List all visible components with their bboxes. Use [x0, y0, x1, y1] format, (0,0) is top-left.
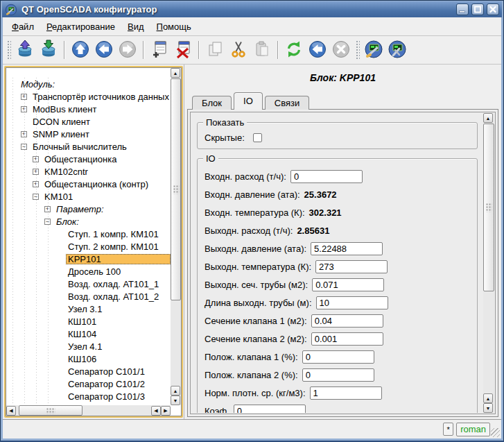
- tree-item-label: Узел 3.1: [66, 304, 171, 314]
- tab-блок[interactable]: Блок: [192, 96, 232, 110]
- tree-item-label: Транспортёр источников данных: [31, 92, 171, 102]
- scroll-down-button[interactable]: ▼: [483, 403, 493, 413]
- toolbar-separator: [143, 41, 144, 59]
- load-from-db-button[interactable]: [13, 38, 37, 62]
- menu-item-2[interactable]: Редактирование: [40, 19, 121, 34]
- tree-item[interactable]: −KM101: [6, 190, 171, 203]
- tree-item[interactable]: +Параметр:: [6, 203, 171, 215]
- io-field-row: Сечение клапана 2 (м2):: [205, 330, 470, 348]
- tree-item-selected[interactable]: KPP101: [6, 253, 171, 265]
- toolbar-handle[interactable]: [6, 40, 11, 60]
- add-item-button[interactable]: [148, 38, 171, 62]
- tree-item[interactable]: +ModBus клиент: [6, 103, 171, 115]
- field-label: Длина выходн. трубы (м):: [205, 298, 312, 308]
- tree-item[interactable]: КШ106: [6, 352, 171, 365]
- tree-item[interactable]: +Общестанционка: [6, 153, 171, 165]
- tree-item[interactable]: Модуль:: [6, 78, 171, 90]
- tree-item[interactable]: +KM102cntr: [6, 165, 171, 178]
- copy-item-icon: [205, 40, 225, 61]
- tree-item[interactable]: КШ101: [6, 315, 171, 328]
- scroll-down-button[interactable]: ▼: [171, 396, 180, 405]
- back-button[interactable]: [92, 38, 116, 62]
- openscada-config-button[interactable]: [362, 38, 385, 62]
- scroll-up-button[interactable]: ▲: [483, 113, 493, 123]
- tree-item[interactable]: +SNMP клиент: [6, 128, 171, 140]
- hidden-checkbox-label: Скрытые:: [205, 133, 245, 143]
- menu-item-4[interactable]: Помощь: [150, 19, 198, 34]
- tree-item-label: Модуль:: [19, 79, 171, 90]
- up-level-icon: [71, 40, 90, 61]
- io-field-row: Выходн. сеч. трубы (м2):: [205, 275, 470, 294]
- field-input[interactable]: [316, 296, 388, 309]
- scroll-left-button-2[interactable]: ◀: [151, 406, 161, 416]
- tree-guide-line: [24, 78, 25, 405]
- field-input[interactable]: [311, 242, 383, 255]
- tree-item[interactable]: −Блочный вычислитель: [6, 140, 171, 153]
- close-button[interactable]: [487, 3, 499, 15]
- field-input[interactable]: [315, 260, 388, 273]
- tree-item[interactable]: Сепаратор С101/3: [6, 390, 171, 402]
- scroll-up-button-2[interactable]: ▲: [483, 393, 493, 403]
- tree-item[interactable]: Дросель 100: [6, 265, 171, 278]
- scroll-right-button[interactable]: ▶: [161, 406, 171, 416]
- delete-item-button[interactable]: [171, 38, 195, 62]
- tree-item[interactable]: +Транспортёр источников данных: [6, 90, 171, 103]
- field-input[interactable]: [312, 278, 384, 291]
- tree-item[interactable]: Сепаратор С101/2: [6, 377, 171, 390]
- refresh-icon: [284, 40, 304, 61]
- tree-item[interactable]: Узел 3.1: [6, 303, 171, 315]
- title-bar: QT OpenSCADA конфигуратор: [2, 1, 502, 17]
- io-field-row: Выходн. давление (ата):: [205, 239, 470, 257]
- field-value-readonly: 302.321: [309, 207, 342, 218]
- scrollbar-thumb[interactable]: [483, 124, 494, 291]
- scrollbar-thumb[interactable]: [19, 405, 82, 416]
- up-level-button[interactable]: [69, 38, 92, 62]
- cut-item-button[interactable]: [227, 38, 250, 62]
- tree-item[interactable]: Возд. охлад. АТ101_1: [6, 278, 171, 290]
- resize-grip[interactable]: [491, 428, 500, 437]
- io-field-row: Полож. клапана 2 (%):: [205, 366, 470, 384]
- tree-item[interactable]: Ступ. 1 компр. КМ101: [6, 228, 171, 240]
- field-input[interactable]: [310, 386, 382, 400]
- tree-horizontal-scrollbar[interactable]: ◀ ◀ ▶: [6, 405, 171, 416]
- tree-item[interactable]: −Блок:: [6, 215, 171, 228]
- tree-item[interactable]: Сепаратор С101/1: [6, 365, 171, 377]
- scroll-area: Показать Скрытые: IO Входн. расход (т/ч)…: [190, 112, 496, 414]
- tree-item[interactable]: КШ104: [6, 328, 171, 340]
- tree-item[interactable]: Ступ. 2 компр. КМ101: [6, 240, 171, 253]
- maximize-button[interactable]: [471, 3, 484, 15]
- field-input[interactable]: [311, 332, 383, 346]
- field-input[interactable]: [234, 405, 306, 414]
- openscada-tools-button[interactable]: [385, 38, 409, 62]
- copy-item-button: [203, 38, 227, 62]
- field-input[interactable]: [311, 314, 383, 328]
- menu-item-1[interactable]: Файл: [6, 19, 40, 34]
- minimize-button[interactable]: [456, 3, 469, 15]
- tree-item[interactable]: +Общестанционка (контр): [6, 178, 171, 190]
- field-input[interactable]: [302, 368, 374, 382]
- tree-item[interactable]: Возд. охлад. АТ101_2: [6, 290, 171, 303]
- menu-item-3[interactable]: Вид: [121, 19, 150, 34]
- scrollbar-thumb[interactable]: [171, 78, 181, 300]
- tree-item-label: Узел 4.1: [66, 341, 171, 352]
- save-to-db-button[interactable]: [37, 38, 60, 62]
- hidden-checkbox[interactable]: [253, 133, 262, 142]
- scroll-up-button[interactable]: ▲: [171, 68, 180, 78]
- scroll-left-button[interactable]: ◀: [6, 406, 16, 416]
- field-label: Входн. температура (К):: [205, 207, 305, 218]
- tab-связи[interactable]: Связи: [265, 96, 309, 110]
- field-input[interactable]: [302, 350, 374, 364]
- toolbar-handle[interactable]: [355, 40, 360, 60]
- tree-vertical-scrollbar[interactable]: ▲ ▲ ▼: [171, 68, 181, 405]
- refresh-button[interactable]: [282, 38, 306, 62]
- tree-item[interactable]: Узел 4.1: [6, 340, 171, 352]
- scroll-up-button-2[interactable]: ▲: [171, 386, 180, 396]
- io-tab-content: Показать Скрытые: IO Входн. расход (т/ч)…: [191, 113, 483, 413]
- start-update-button[interactable]: [306, 38, 329, 62]
- field-input[interactable]: [290, 170, 363, 183]
- tree-item-label: Дросель 100: [66, 266, 171, 277]
- tab-io[interactable]: IO: [234, 92, 263, 110]
- forward-icon: [118, 40, 137, 61]
- panel-vertical-scrollbar[interactable]: ▲ ▲ ▼: [483, 113, 494, 413]
- tree-item[interactable]: DCON клиент: [6, 115, 171, 128]
